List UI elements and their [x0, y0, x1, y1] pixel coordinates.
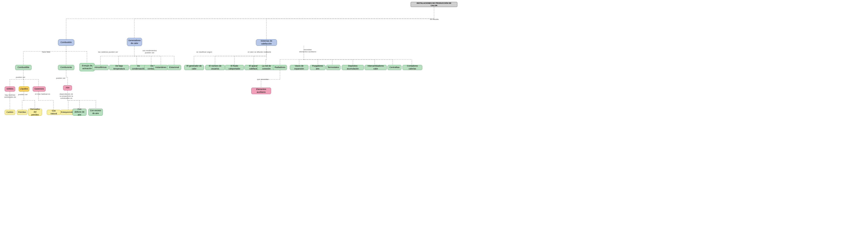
liquidos-node: Líquidos — [19, 87, 29, 92]
sistemas-node: Sistemas de calefacción — [256, 39, 277, 46]
root-node: INSTALACIONES DE PRODUCCIÓN DE CALOR — [411, 2, 457, 7]
label-mas-habitual: el mas habitual es — [35, 93, 50, 95]
centralitas-node: Centralitas — [388, 65, 402, 70]
label-calor-difunde: el calor se difunde mediante — [248, 51, 271, 53]
estacional-node: Estacional — [167, 65, 181, 70]
mind-map: INSTALACIONES DE PRODUCCIÓN DE CALOR se … — [0, 0, 868, 246]
label-dependiendo: dependiendo de su proporción la combusti… — [60, 93, 73, 99]
label-pueden-ser-liq: pueden ser — [18, 93, 28, 96]
label-pueden-ser-aire: pueden ser — [56, 77, 65, 79]
derivados-node: Derivados del petróleo — [28, 109, 42, 116]
generador-calor-node: El generador de calor — [184, 65, 204, 70]
exceso-aire-node: Con exceso de aire — [88, 109, 103, 116]
label-hace-falta: hace falta — [42, 51, 50, 53]
label-que-necesitan: que necesitan — [257, 78, 269, 80]
carbon-node: Carbón — [5, 110, 15, 115]
label-se-estudia: se estudia — [430, 18, 438, 20]
edges-svg — [0, 0, 868, 246]
petroleo-node: Petróleo — [17, 110, 27, 115]
label-rendimientos: sus rendimientos pueden ser — [143, 50, 157, 54]
defecto-aire-node: Con defecto de aire — [72, 109, 87, 116]
instantaneo-node: Instantáneo — [154, 65, 168, 70]
label-calderas: las calderas pueden ser — [98, 51, 118, 53]
gaseosos-node: Gaseosos — [33, 87, 45, 92]
num-usuarios-node: El número de usuarios — [205, 65, 225, 70]
fluido-node: El fluido caloportador — [225, 65, 244, 70]
label-clasifican: se clasifican según — [196, 51, 212, 53]
elementos-aux-node: Elementos auxiliares — [251, 88, 271, 94]
aire-node: Aire — [63, 85, 72, 90]
vasos-node: Vasos de expansión — [290, 65, 309, 70]
combustible-node: Combustible — [15, 65, 32, 70]
generadores-node: Generadores de calor — [127, 38, 142, 46]
intercambiadores-node: Intercambiadores calor — [365, 65, 387, 70]
purgadores-node: Purgadores aire — [310, 65, 326, 70]
comburente-node: Comburente — [58, 65, 74, 70]
radiadores-node: Radiadores — [273, 65, 287, 70]
contadores-node: Contadores calorías — [402, 65, 422, 70]
depositos-node: Depósitos acumulación — [342, 65, 364, 70]
termostatos-node: Termostatos — [326, 65, 341, 70]
gas-natural-node: Gas natural — [47, 110, 61, 115]
label-pueden-ser-comb: pueden ser — [16, 76, 25, 78]
atmosfericas-node: Atmosféricas — [92, 65, 109, 70]
solidos-node: Sólidos — [5, 87, 15, 92]
label-hay-distintas: hay distintas variedades de — [4, 94, 16, 98]
combustion-node: Combustión — [58, 39, 74, 46]
baja-temp-node: De baja temperatura — [109, 65, 129, 70]
label-necesitan: necesitan elementos auxiliares — [299, 49, 316, 53]
